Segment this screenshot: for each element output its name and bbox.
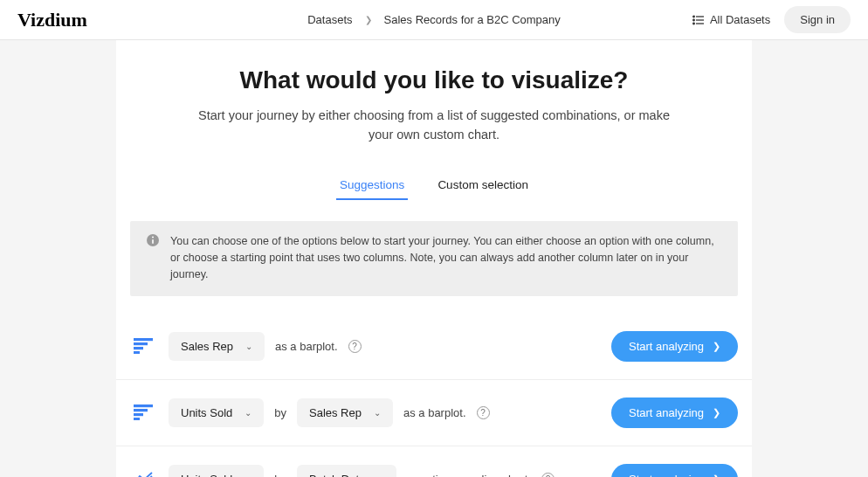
svg-rect-15 <box>134 413 143 416</box>
breadcrumb: Datasets ❯ Sales Records for a B2C Compa… <box>307 13 561 26</box>
svg-rect-13 <box>134 404 153 407</box>
row-desc: as a barplot. <box>403 406 466 419</box>
start-analyzing-button[interactable]: Start analyzing ❯ <box>611 398 738 428</box>
start-label: Start analyzing <box>629 406 704 419</box>
dropdown-label: Sales Rep <box>309 406 362 419</box>
breadcrumb-root[interactable]: Datasets <box>307 13 352 26</box>
column-dropdown[interactable]: Sales Rep ⌄ <box>169 332 265 361</box>
all-datasets-label: All Datasets <box>710 13 770 26</box>
help-icon[interactable]: ? <box>477 406 490 419</box>
row-joiner: by <box>274 473 286 477</box>
dropdown-label: Sales Rep <box>181 340 233 353</box>
column-dropdown[interactable]: Sales Rep ⌄ <box>297 398 393 427</box>
start-label: Start analyzing <box>629 340 704 353</box>
page-title: What would you like to visualize? <box>116 66 752 94</box>
info-icon <box>146 233 160 247</box>
barplot-icon <box>130 404 156 420</box>
svg-rect-16 <box>134 418 140 420</box>
column-dropdown[interactable]: Batch Date ⌄ <box>297 465 396 477</box>
page-subtitle: Start your journey by either choosing fr… <box>189 107 679 145</box>
svg-point-5 <box>693 23 695 24</box>
barplot-icon <box>130 338 156 354</box>
chevron-right-icon: ❯ <box>713 474 720 477</box>
start-label: Start analyzing <box>629 473 704 477</box>
signin-button[interactable]: Sign in <box>784 6 851 33</box>
svg-point-3 <box>693 16 695 17</box>
app-header: Vizdium Datasets ❯ Sales Records for a B… <box>0 0 868 40</box>
tab-custom-selection[interactable]: Custom selection <box>434 171 532 200</box>
start-analyzing-button[interactable]: Start analyzing ❯ <box>611 331 738 362</box>
row-content: Sales Rep ⌄ as a barplot. ? <box>169 332 599 361</box>
breadcrumb-current[interactable]: Sales Records for a B2C Company <box>384 13 561 26</box>
logo[interactable]: Vizdium <box>17 9 87 31</box>
svg-rect-11 <box>134 347 143 349</box>
chevron-right-icon: ❯ <box>713 407 720 418</box>
svg-point-8 <box>152 236 154 238</box>
row-desc: as a barplot. <box>275 340 338 353</box>
row-desc: over time as a line chart. <box>407 473 531 477</box>
svg-rect-7 <box>152 239 154 244</box>
chevron-right-icon: ❯ <box>713 341 720 352</box>
line-chart-icon <box>130 471 156 477</box>
start-analyzing-button[interactable]: Start analyzing ❯ <box>611 464 738 477</box>
svg-point-4 <box>693 19 695 21</box>
tabs: Suggestions Custom selection <box>116 171 752 200</box>
row-joiner: by <box>274 406 286 419</box>
chevron-down-icon: ⌄ <box>245 342 252 351</box>
header-left: Vizdium <box>17 9 122 31</box>
svg-rect-9 <box>134 338 153 341</box>
info-text: You can choose one of the options below … <box>170 233 722 284</box>
chevron-down-icon: ⌄ <box>245 474 251 477</box>
tab-suggestions[interactable]: Suggestions <box>336 171 408 200</box>
all-datasets-link[interactable]: All Datasets <box>692 13 770 26</box>
suggestion-row: Units Sold ⌄ by Batch Date ⌄ over time a… <box>116 446 752 477</box>
dropdown-label: Batch Date <box>309 473 365 477</box>
dropdown-label: Units Sold <box>181 473 232 477</box>
row-content: Units Sold ⌄ by Batch Date ⌄ over time a… <box>169 465 599 477</box>
help-icon[interactable]: ? <box>348 340 362 353</box>
row-content: Units Sold ⌄ by Sales Rep ⌄ as a barplot… <box>169 398 599 427</box>
chevron-down-icon: ⌄ <box>377 474 384 477</box>
svg-rect-10 <box>134 342 148 345</box>
dropdown-label: Units Sold <box>181 406 232 419</box>
svg-rect-12 <box>134 351 140 354</box>
chevron-down-icon: ⌄ <box>374 408 381 418</box>
column-dropdown[interactable]: Units Sold ⌄ <box>169 465 264 477</box>
main-canvas: What would you like to visualize? Start … <box>116 40 752 477</box>
help-icon[interactable]: ? <box>541 473 555 477</box>
list-icon <box>692 15 705 25</box>
info-banner: You can choose one of the options below … <box>130 221 738 296</box>
header-right: All Datasets Sign in <box>692 6 851 33</box>
suggestion-row: Sales Rep ⌄ as a barplot. ? Start analyz… <box>116 314 752 380</box>
column-dropdown[interactable]: Units Sold ⌄ <box>169 398 264 427</box>
svg-rect-14 <box>134 409 148 411</box>
chevron-down-icon: ⌄ <box>245 408 251 418</box>
chevron-right-icon: ❯ <box>365 15 372 24</box>
suggestion-row: Units Sold ⌄ by Sales Rep ⌄ as a barplot… <box>116 380 752 446</box>
